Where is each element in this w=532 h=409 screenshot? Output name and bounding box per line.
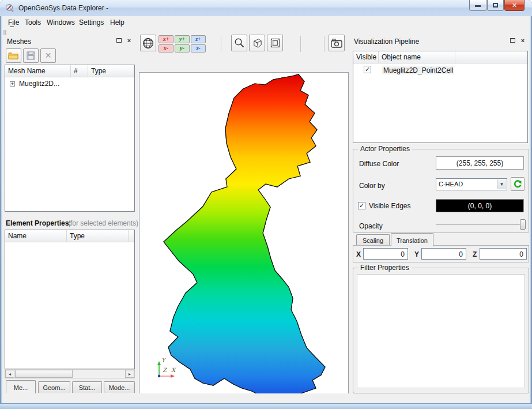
y-label: Y: [414, 250, 419, 258]
color-by-select[interactable]: C-HEAD ▼: [436, 178, 507, 190]
visibility-checkbox[interactable]: ✓: [364, 66, 371, 73]
close-button[interactable]: ✕: [504, 0, 525, 11]
tab-models[interactable]: Mode...: [104, 381, 135, 393]
tab-geometry[interactable]: Geom...: [38, 381, 70, 393]
file-accelerator-underline: [10, 27, 14, 27]
orientation-axes: Y Z X: [157, 357, 176, 378]
axis-z-label: Z: [163, 367, 168, 373]
maximize-icon: [493, 3, 498, 7]
scroll-right-icon[interactable]: ►: [125, 370, 134, 378]
col-name[interactable]: Name: [5, 230, 67, 242]
minimize-button[interactable]: [469, 0, 486, 11]
screenshot-button[interactable]: [329, 35, 345, 51]
toolbar-drag-handle[interactable]: [3, 30, 6, 35]
view-z-minus-button[interactable]: z-: [191, 44, 206, 52]
element-properties-table[interactable]: Name Type: [5, 230, 135, 369]
col-object-name[interactable]: Object name: [379, 51, 455, 63]
tab-scaling[interactable]: Scaling: [356, 234, 390, 246]
col-count[interactable]: #: [71, 65, 88, 77]
tab-meshes[interactable]: Me...: [6, 380, 36, 393]
camera-icon: [331, 39, 342, 48]
app-icon: [5, 3, 14, 13]
axis-x-label: X: [171, 367, 176, 373]
watershed-mesh[interactable]: [164, 74, 325, 404]
menu-tools[interactable]: Tools: [21, 17, 44, 28]
pipeline-row[interactable]: ✓ Mueglitz2D_Point2Cell: [353, 65, 527, 76]
save-mesh-button[interactable]: [23, 48, 39, 63]
visible-edges-label: Visible Edges: [369, 202, 411, 210]
pipeline-table[interactable]: Visible Object name ✓ Mueglitz2D_Point2C…: [353, 51, 528, 143]
box-icon: [270, 37, 281, 48]
col-type[interactable]: Type: [88, 65, 134, 77]
pipeline-float-icon[interactable]: [509, 37, 516, 44]
menu-windows[interactable]: Windows: [43, 17, 78, 28]
element-properties-hint: (for selected elements): [68, 219, 138, 227]
z-input[interactable]: 0: [480, 248, 527, 260]
tab-translation[interactable]: Translation: [391, 233, 433, 246]
col-spacer2: [455, 51, 527, 63]
tab-stations[interactable]: Stat...: [72, 381, 102, 393]
x-input[interactable]: 0: [363, 248, 408, 260]
menu-settings[interactable]: Settings: [76, 17, 107, 28]
opacity-label: Opacity: [359, 222, 383, 230]
mesh-row[interactable]: + Mueglitz2D...: [5, 78, 134, 89]
toolbar-separator: [324, 36, 325, 52]
col-mesh-name[interactable]: Mesh Name: [5, 65, 71, 77]
mesh-table-header: Mesh Name # Type: [5, 65, 134, 77]
actor-properties-title: Actor Properties: [358, 145, 412, 153]
scroll-thumb[interactable]: [15, 370, 73, 378]
translation-panel: X 0 Y 0 Z 0: [353, 245, 529, 262]
maximize-button[interactable]: [487, 0, 504, 11]
col-visible[interactable]: Visible: [353, 51, 379, 63]
zoom-button[interactable]: [231, 35, 247, 51]
x-label: X: [356, 250, 361, 258]
window-title: OpenGeoSys Data Explorer -: [18, 4, 108, 12]
parallel-projection-button[interactable]: [267, 35, 283, 51]
menu-help[interactable]: Help: [107, 17, 128, 28]
open-file-button[interactable]: [6, 48, 21, 63]
mesh-row-label[interactable]: Mueglitz2D...: [19, 80, 59, 88]
opacity-slider[interactable]: [436, 224, 526, 226]
edge-color-button[interactable]: (0, 0, 0): [436, 199, 524, 212]
view-x-plus-button[interactable]: x+: [159, 35, 173, 43]
meshes-float-icon[interactable]: [115, 37, 122, 44]
status-bar: [2, 393, 530, 403]
chevron-down-icon[interactable]: ▼: [497, 179, 506, 189]
globe-icon: [142, 37, 154, 49]
diffuse-color-button[interactable]: (255, 255, 255): [436, 156, 524, 170]
remove-mesh-button[interactable]: ✕: [40, 48, 56, 63]
y-input[interactable]: 0: [421, 248, 466, 260]
minimize-icon: [475, 5, 481, 7]
z-label: Z: [473, 250, 477, 258]
opacity-slider-handle[interactable]: [520, 219, 526, 230]
refresh-icon: [513, 179, 522, 189]
expand-icon[interactable]: +: [10, 81, 15, 87]
visible-edges-checkbox[interactable]: ✓: [358, 202, 365, 209]
col-type2[interactable]: Type: [67, 230, 129, 242]
client-area: File Tools Windows Settings Help Meshes …: [2, 16, 530, 403]
globe-view-button[interactable]: [140, 35, 156, 51]
axis-y-label: Y: [161, 357, 167, 363]
col-spacer: [129, 230, 134, 242]
dock-tab-bar: Me... Geom... Stat... Mode...: [5, 380, 135, 393]
view-x-minus-button[interactable]: x-: [159, 44, 173, 52]
pipeline-dock-title: Visualization Pipeline: [354, 37, 419, 46]
refresh-colors-button[interactable]: [511, 177, 525, 191]
view-y-plus-button[interactable]: y+: [175, 35, 190, 43]
toolbar-separator: [300, 36, 301, 52]
pipeline-object-label[interactable]: Mueglitz2D_Point2Cell: [382, 66, 454, 74]
horizontal-scrollbar[interactable]: ◄ ►: [5, 369, 135, 378]
pipeline-close-icon[interactable]: ×: [519, 37, 526, 44]
view-y-minus-button[interactable]: y-: [175, 44, 190, 52]
mesh-canvas: Y Z X: [139, 73, 348, 409]
meshes-close-icon[interactable]: ×: [126, 37, 133, 44]
pipeline-table-header: Visible Object name: [353, 51, 527, 63]
render-view[interactable]: Y Z X: [139, 72, 349, 409]
filter-properties-group: Filter Properties: [353, 268, 529, 393]
title-bar[interactable]: OpenGeoSys Data Explorer - ✕: [0, 0, 532, 16]
view-z-plus-button[interactable]: z+: [191, 35, 206, 43]
scroll-left-icon[interactable]: ◄: [5, 370, 14, 378]
mesh-table[interactable]: Mesh Name # Type + Mueglitz2D...: [5, 65, 135, 212]
perspective-projection-button[interactable]: [249, 35, 265, 51]
window-bottom-border: [0, 403, 532, 409]
